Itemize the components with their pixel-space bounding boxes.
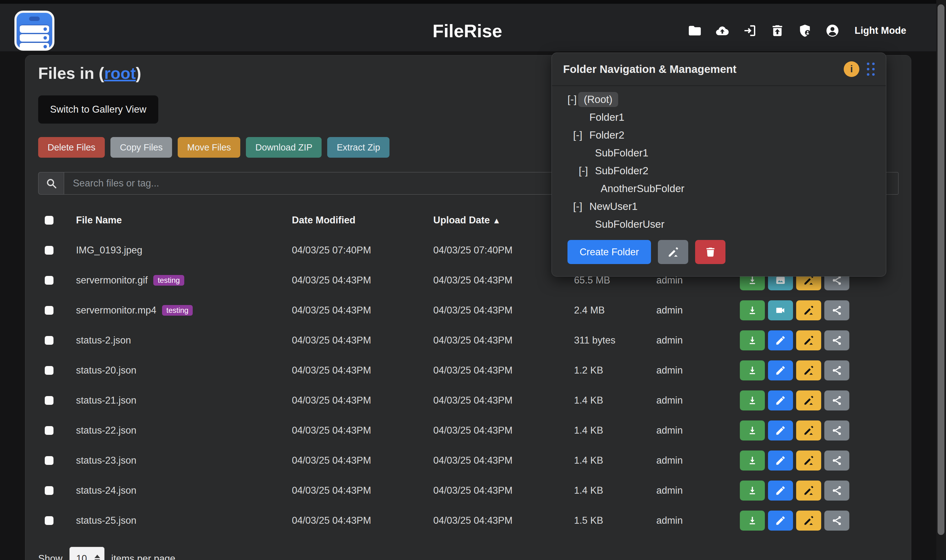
folder-tree-item[interactable]: [-]SubFolder2	[568, 162, 886, 180]
rename-folder-button[interactable]	[658, 240, 688, 264]
account-icon[interactable]	[825, 23, 840, 38]
file-name[interactable]: status-2.json	[76, 335, 131, 346]
download-zip-button[interactable]: Download ZIP	[246, 137, 321, 158]
scrollbar-thumb[interactable]	[938, 5, 944, 535]
collapse-toggle[interactable]: [-]	[579, 165, 595, 177]
file-name[interactable]: IMG_0193.jpeg	[76, 245, 142, 256]
download-button[interactable]	[740, 300, 765, 320]
delete-files-button[interactable]: Delete Files	[38, 137, 105, 158]
edit-file-button[interactable]	[768, 360, 793, 380]
column-upload-date[interactable]: Upload Date ▲	[433, 215, 500, 226]
theme-toggle[interactable]: Light Mode	[855, 25, 906, 36]
collapse-toggle[interactable]: [-]	[573, 129, 589, 141]
rename-button[interactable]	[796, 451, 821, 471]
download-button[interactable]	[740, 420, 765, 440]
rename-button[interactable]	[796, 391, 821, 411]
column-date-modified[interactable]: Date Modified	[292, 215, 355, 226]
share-button[interactable]	[824, 391, 849, 411]
row-checkbox[interactable]	[45, 306, 54, 315]
share-button[interactable]	[824, 480, 849, 500]
delete-folder-button[interactable]	[695, 240, 726, 264]
row-checkbox[interactable]	[45, 456, 54, 465]
page-size-select[interactable]: 10	[69, 547, 105, 560]
edit-file-button[interactable]	[768, 330, 793, 351]
file-name[interactable]: status-25.json	[76, 515, 136, 526]
scrollbar-track[interactable]	[936, 0, 946, 560]
folder-tree-item[interactable]: [-](Root)	[568, 91, 886, 108]
share-button[interactable]	[824, 360, 849, 380]
folder-tree-item[interactable]: Folder1	[568, 108, 886, 126]
folder-label[interactable]: SubFolder2	[595, 165, 649, 177]
edit-file-button[interactable]	[768, 451, 793, 471]
folder-tree-item[interactable]: [-]NewUser1	[568, 197, 886, 215]
share-button[interactable]	[824, 451, 849, 471]
admin-shield-icon[interactable]	[798, 23, 812, 38]
restore-trash-icon[interactable]	[770, 23, 784, 38]
folder-icon[interactable]	[688, 23, 702, 38]
edit-file-button[interactable]	[768, 511, 793, 531]
create-folder-button[interactable]: Create Folder	[568, 240, 651, 264]
download-button[interactable]	[740, 391, 765, 411]
edit-file-button[interactable]	[768, 391, 793, 411]
rename-button[interactable]	[796, 511, 821, 531]
rename-button[interactable]	[796, 300, 821, 320]
folder-label[interactable]: SubFolder1	[595, 147, 649, 159]
row-checkbox[interactable]	[45, 426, 54, 435]
column-file-name[interactable]: File Name	[76, 215, 122, 226]
share-button[interactable]	[824, 420, 849, 440]
share-button[interactable]	[824, 330, 849, 351]
root-folder-link[interactable]: root	[104, 64, 136, 82]
collapse-toggle[interactable]: [-]	[573, 200, 589, 212]
row-checkbox[interactable]	[45, 276, 54, 285]
row-checkbox[interactable]	[45, 246, 54, 255]
select-all-checkbox[interactable]	[45, 216, 54, 225]
folder-tree-item[interactable]: AnotherSubFolder	[568, 180, 886, 197]
preview-video-button[interactable]	[768, 300, 793, 320]
file-name[interactable]: status-21.json	[76, 395, 136, 406]
edit-file-button[interactable]	[768, 480, 793, 500]
download-button[interactable]	[740, 330, 765, 351]
logout-icon[interactable]	[743, 23, 757, 38]
rename-button[interactable]	[796, 480, 821, 500]
file-name[interactable]: status-20.json	[76, 365, 136, 376]
download-button[interactable]	[740, 360, 765, 380]
row-checkbox[interactable]	[45, 366, 54, 375]
drag-handle-icon[interactable]	[867, 63, 875, 76]
rename-button[interactable]	[796, 330, 821, 351]
folder-label[interactable]: Folder1	[589, 111, 625, 123]
download-button[interactable]	[740, 451, 765, 471]
file-name[interactable]: status-23.json	[76, 455, 136, 466]
move-files-button[interactable]: Move Files	[178, 137, 240, 158]
copy-files-button[interactable]: Copy Files	[111, 137, 172, 158]
folder-label[interactable]: AnotherSubFolder	[601, 183, 685, 195]
file-name[interactable]: status-24.json	[76, 485, 136, 496]
row-actions	[740, 300, 849, 320]
file-name[interactable]: servermonitor.giftesting	[76, 275, 184, 286]
row-checkbox[interactable]	[45, 516, 54, 525]
edit-file-button[interactable]	[768, 420, 793, 440]
rename-button[interactable]	[796, 420, 821, 440]
folder-label[interactable]: NewUser1	[589, 200, 638, 212]
download-button[interactable]	[740, 480, 765, 500]
folder-label[interactable]: SubFolderUser	[595, 218, 665, 230]
upload-date: 04/03/25 04:43PM	[433, 335, 512, 346]
share-button[interactable]	[824, 511, 849, 531]
row-checkbox[interactable]	[45, 396, 54, 405]
info-icon[interactable]: i	[844, 61, 859, 77]
row-checkbox[interactable]	[45, 336, 54, 345]
folder-label[interactable]: (Root)	[578, 92, 618, 107]
switch-gallery-view-button[interactable]: Switch to Gallery View	[38, 95, 158, 123]
folder-label[interactable]: Folder2	[589, 129, 625, 141]
folder-tree-item[interactable]: SubFolder1	[568, 144, 886, 162]
file-name[interactable]: servermonitor.mp4testing	[76, 305, 193, 316]
share-button[interactable]	[824, 300, 849, 320]
download-button[interactable]	[740, 511, 765, 531]
extract-zip-button[interactable]: Extract Zip	[327, 137, 389, 158]
folder-tree-item[interactable]: [-]Folder2	[568, 126, 886, 144]
rename-button[interactable]	[796, 360, 821, 380]
folder-tree-item[interactable]: SubFolderUser	[568, 215, 886, 233]
cloud-upload-icon[interactable]	[715, 23, 729, 38]
filerise-logo-icon[interactable]	[14, 11, 54, 51]
row-checkbox[interactable]	[45, 486, 54, 495]
file-name[interactable]: status-22.json	[76, 425, 136, 436]
